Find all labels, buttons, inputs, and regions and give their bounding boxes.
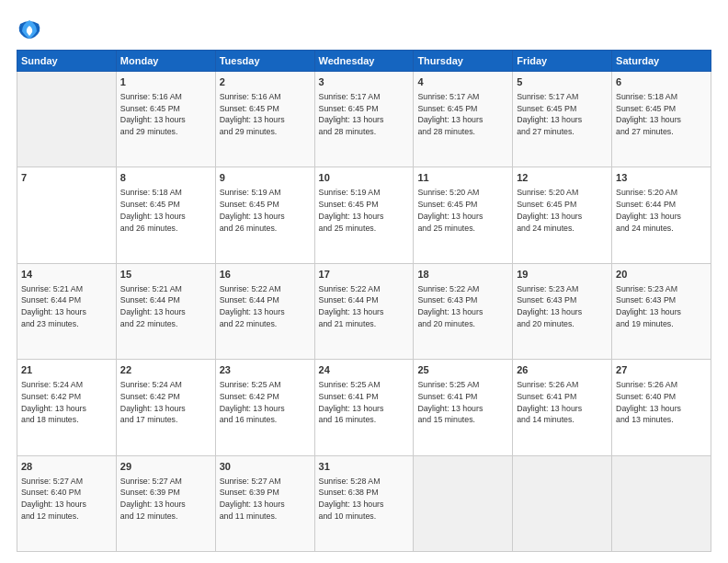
calendar-cell — [612, 455, 711, 551]
day-info: Sunrise: 5:22 AM Sunset: 6:43 PM Dayligh… — [417, 283, 508, 330]
calendar-table: SundayMondayTuesdayWednesdayThursdayFrid… — [17, 50, 711, 552]
calendar-cell — [17, 72, 117, 167]
day-info: Sunrise: 5:26 AM Sunset: 6:41 PM Dayligh… — [517, 379, 608, 426]
day-info: Sunrise: 5:21 AM Sunset: 6:44 PM Dayligh… — [21, 283, 112, 330]
week-row-1: 1Sunrise: 5:16 AM Sunset: 6:45 PM Daylig… — [17, 72, 711, 167]
day-info: Sunrise: 5:23 AM Sunset: 6:43 PM Dayligh… — [517, 283, 608, 330]
day-info: Sunrise: 5:27 AM Sunset: 6:39 PM Dayligh… — [120, 476, 211, 523]
day-number: 23 — [220, 363, 311, 378]
day-info: Sunrise: 5:18 AM Sunset: 6:45 PM Dayligh… — [616, 91, 707, 138]
day-number: 10 — [319, 171, 410, 186]
calendar-cell: 18Sunrise: 5:22 AM Sunset: 6:43 PM Dayli… — [414, 263, 513, 359]
calendar-body: 1Sunrise: 5:16 AM Sunset: 6:45 PM Daylig… — [17, 72, 711, 552]
day-number: 7 — [21, 171, 112, 186]
day-number: 28 — [21, 460, 112, 475]
calendar-cell: 1Sunrise: 5:16 AM Sunset: 6:45 PM Daylig… — [116, 72, 215, 167]
calendar-cell: 19Sunrise: 5:23 AM Sunset: 6:43 PM Dayli… — [513, 263, 612, 359]
calendar-header: SundayMondayTuesdayWednesdayThursdayFrid… — [17, 51, 711, 72]
day-number: 29 — [120, 460, 211, 475]
day-info: Sunrise: 5:23 AM Sunset: 6:43 PM Dayligh… — [616, 283, 707, 330]
day-number: 30 — [220, 460, 311, 475]
calendar-cell: 27Sunrise: 5:26 AM Sunset: 6:40 PM Dayli… — [612, 360, 711, 455]
day-number: 20 — [616, 268, 707, 282]
calendar-cell: 4Sunrise: 5:17 AM Sunset: 6:45 PM Daylig… — [414, 72, 513, 167]
calendar-cell: 20Sunrise: 5:23 AM Sunset: 6:43 PM Dayli… — [612, 263, 711, 359]
calendar-cell: 6Sunrise: 5:18 AM Sunset: 6:45 PM Daylig… — [612, 72, 711, 167]
calendar-cell: 13Sunrise: 5:20 AM Sunset: 6:44 PM Dayli… — [612, 167, 711, 263]
header-day-sunday: Sunday — [17, 51, 117, 72]
day-info: Sunrise: 5:26 AM Sunset: 6:40 PM Dayligh… — [616, 379, 707, 426]
calendar-cell: 29Sunrise: 5:27 AM Sunset: 6:39 PM Dayli… — [116, 455, 215, 551]
day-info: Sunrise: 5:18 AM Sunset: 6:45 PM Dayligh… — [120, 187, 211, 234]
header-row: SundayMondayTuesdayWednesdayThursdayFrid… — [17, 51, 711, 72]
calendar-cell: 25Sunrise: 5:25 AM Sunset: 6:41 PM Dayli… — [414, 360, 513, 455]
calendar-cell: 24Sunrise: 5:25 AM Sunset: 6:41 PM Dayli… — [314, 360, 414, 455]
calendar-cell: 3Sunrise: 5:17 AM Sunset: 6:45 PM Daylig… — [314, 72, 414, 167]
day-number: 9 — [220, 171, 311, 186]
calendar-cell: 11Sunrise: 5:20 AM Sunset: 6:45 PM Dayli… — [414, 167, 513, 263]
day-info: Sunrise: 5:16 AM Sunset: 6:45 PM Dayligh… — [220, 91, 311, 138]
day-number: 8 — [120, 171, 211, 186]
day-info: Sunrise: 5:27 AM Sunset: 6:39 PM Dayligh… — [220, 476, 311, 523]
day-number: 16 — [220, 268, 311, 282]
calendar-cell — [513, 455, 612, 551]
day-number: 19 — [517, 268, 608, 282]
calendar-cell: 8Sunrise: 5:18 AM Sunset: 6:45 PM Daylig… — [116, 167, 215, 263]
day-number: 26 — [517, 363, 608, 378]
calendar-cell: 17Sunrise: 5:22 AM Sunset: 6:44 PM Dayli… — [314, 263, 414, 359]
day-number: 5 — [517, 75, 608, 90]
day-info: Sunrise: 5:20 AM Sunset: 6:44 PM Dayligh… — [616, 187, 707, 234]
calendar-cell: 30Sunrise: 5:27 AM Sunset: 6:39 PM Dayli… — [215, 455, 314, 551]
calendar-cell: 5Sunrise: 5:17 AM Sunset: 6:45 PM Daylig… — [513, 72, 612, 167]
day-info: Sunrise: 5:25 AM Sunset: 6:42 PM Dayligh… — [220, 379, 311, 426]
day-number: 12 — [517, 171, 608, 186]
calendar-cell: 12Sunrise: 5:20 AM Sunset: 6:45 PM Dayli… — [513, 167, 612, 263]
day-number: 2 — [220, 75, 311, 90]
day-number: 3 — [319, 75, 410, 90]
day-number: 15 — [120, 268, 211, 282]
calendar-cell: 28Sunrise: 5:27 AM Sunset: 6:40 PM Dayli… — [17, 455, 117, 551]
calendar-cell: 2Sunrise: 5:16 AM Sunset: 6:45 PM Daylig… — [215, 72, 314, 167]
header-day-wednesday: Wednesday — [314, 51, 414, 72]
day-number: 31 — [319, 460, 410, 475]
week-row-3: 14Sunrise: 5:21 AM Sunset: 6:44 PM Dayli… — [17, 263, 711, 359]
day-info: Sunrise: 5:25 AM Sunset: 6:41 PM Dayligh… — [417, 379, 508, 426]
day-number: 21 — [21, 363, 112, 378]
day-number: 14 — [21, 268, 112, 282]
day-info: Sunrise: 5:17 AM Sunset: 6:45 PM Dayligh… — [319, 91, 410, 138]
logo-icon — [17, 17, 42, 42]
day-number: 18 — [417, 268, 508, 282]
day-info: Sunrise: 5:22 AM Sunset: 6:44 PM Dayligh… — [319, 283, 410, 330]
day-number: 13 — [616, 171, 707, 186]
calendar-cell: 26Sunrise: 5:26 AM Sunset: 6:41 PM Dayli… — [513, 360, 612, 455]
calendar-cell: 23Sunrise: 5:25 AM Sunset: 6:42 PM Dayli… — [215, 360, 314, 455]
calendar-cell: 31Sunrise: 5:28 AM Sunset: 6:38 PM Dayli… — [314, 455, 414, 551]
day-number: 27 — [616, 363, 707, 378]
week-row-5: 28Sunrise: 5:27 AM Sunset: 6:40 PM Dayli… — [17, 455, 711, 551]
header-day-saturday: Saturday — [612, 51, 711, 72]
day-info: Sunrise: 5:27 AM Sunset: 6:40 PM Dayligh… — [21, 476, 112, 523]
day-number: 4 — [417, 75, 508, 90]
day-number: 6 — [616, 75, 707, 90]
header-day-tuesday: Tuesday — [215, 51, 314, 72]
calendar-cell: 10Sunrise: 5:19 AM Sunset: 6:45 PM Dayli… — [314, 167, 414, 263]
day-number: 1 — [120, 75, 211, 90]
day-number: 24 — [319, 363, 410, 378]
page: SundayMondayTuesdayWednesdayThursdayFrid… — [0, 0, 728, 563]
week-row-2: 78Sunrise: 5:18 AM Sunset: 6:45 PM Dayli… — [17, 167, 711, 263]
calendar-cell: 14Sunrise: 5:21 AM Sunset: 6:44 PM Dayli… — [17, 263, 117, 359]
day-info: Sunrise: 5:17 AM Sunset: 6:45 PM Dayligh… — [417, 91, 508, 138]
day-info: Sunrise: 5:17 AM Sunset: 6:45 PM Dayligh… — [517, 91, 608, 138]
calendar-cell: 21Sunrise: 5:24 AM Sunset: 6:42 PM Dayli… — [17, 360, 117, 455]
header — [17, 17, 711, 42]
day-info: Sunrise: 5:28 AM Sunset: 6:38 PM Dayligh… — [319, 476, 410, 523]
day-number: 11 — [417, 171, 508, 186]
week-row-4: 21Sunrise: 5:24 AM Sunset: 6:42 PM Dayli… — [17, 360, 711, 455]
day-info: Sunrise: 5:20 AM Sunset: 6:45 PM Dayligh… — [417, 187, 508, 234]
calendar-cell — [414, 455, 513, 551]
day-number: 17 — [319, 268, 410, 282]
day-info: Sunrise: 5:19 AM Sunset: 6:45 PM Dayligh… — [319, 187, 410, 234]
day-number: 22 — [120, 363, 211, 378]
day-info: Sunrise: 5:21 AM Sunset: 6:44 PM Dayligh… — [120, 283, 211, 330]
header-day-friday: Friday — [513, 51, 612, 72]
